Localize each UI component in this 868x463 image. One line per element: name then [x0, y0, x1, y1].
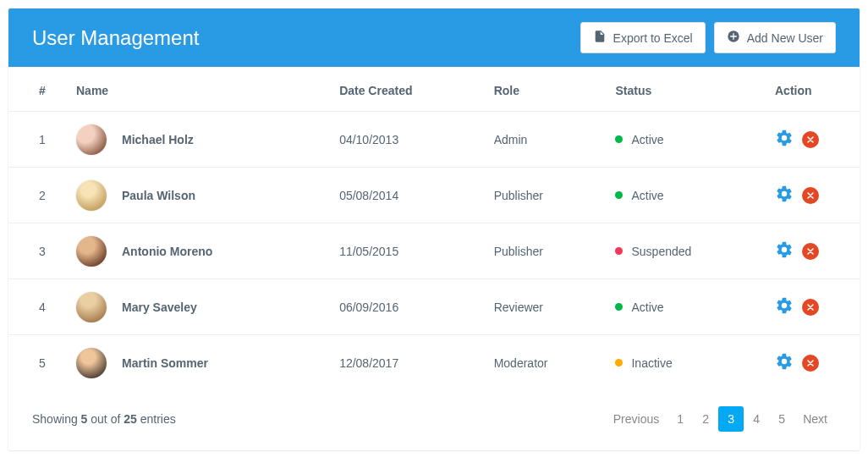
table-row: 5Martin Sommer12/08/2017ModeratorInactiv…	[8, 335, 860, 391]
user-name-link[interactable]: Michael Holz	[122, 133, 194, 146]
pagination-next[interactable]: Next	[794, 406, 836, 432]
delete-icon[interactable]	[802, 131, 819, 148]
name-cell-wrap: Mary Saveley	[68, 279, 331, 335]
status-text: Active	[631, 133, 663, 146]
entries-summary: Showing 5 out of 25 entries	[32, 412, 176, 426]
action-cell	[766, 279, 860, 335]
table-body: 1Michael Holz04/10/2013AdminActive2Paula…	[8, 112, 860, 391]
status-text: Suspended	[631, 245, 691, 258]
avatar	[76, 292, 107, 322]
table-row: 4Mary Saveley06/09/2016ReviewerActive	[8, 279, 860, 335]
status-dot-icon	[615, 359, 623, 367]
table-row: 3Antonio Moreno11/05/2015PublisherSuspen…	[8, 223, 860, 279]
page-title: User Management	[32, 26, 199, 50]
pagination-page[interactable]: 4	[744, 406, 769, 432]
pagination-page[interactable]: 2	[693, 406, 718, 432]
summary-prefix: Showing	[32, 412, 81, 426]
name-cell-wrap: Paula Wilson	[68, 168, 331, 223]
status-text: Active	[631, 300, 663, 314]
role: Admin	[486, 112, 607, 168]
name-cell-wrap: Michael Holz	[68, 112, 331, 168]
avatar	[76, 236, 107, 267]
date-created: 04/10/2013	[331, 112, 486, 168]
pagination-page[interactable]: 5	[769, 406, 794, 432]
settings-icon[interactable]	[775, 352, 794, 373]
summary-mid: out of	[87, 412, 124, 426]
delete-icon[interactable]	[802, 243, 819, 260]
name-cell-wrap: Antonio Moreno	[68, 223, 331, 279]
row-index: 5	[8, 335, 68, 391]
row-index: 4	[8, 279, 68, 335]
status-text: Inactive	[631, 356, 672, 370]
table-header-row: #NameDate CreatedRoleStatusAction	[8, 67, 860, 112]
role: Publisher	[486, 223, 607, 279]
user-name-link[interactable]: Antonio Moreno	[122, 245, 212, 258]
role: Moderator	[486, 335, 607, 391]
user-name-link[interactable]: Mary Saveley	[122, 300, 197, 314]
action-cell	[766, 112, 860, 168]
delete-icon[interactable]	[802, 187, 819, 204]
status-cell: Active	[607, 112, 766, 168]
user-management-card: User Management Export to Excel Add New …	[8, 8, 860, 450]
column-header: Name	[68, 67, 331, 112]
title-bold: Management	[80, 26, 199, 49]
status-cell: Active	[607, 168, 766, 223]
users-table: #NameDate CreatedRoleStatusAction 1Micha…	[8, 67, 860, 391]
title-light: User	[32, 26, 80, 49]
header-actions: Export to Excel Add New User	[580, 22, 836, 53]
avatar	[76, 124, 107, 155]
date-created: 05/08/2014	[331, 168, 486, 223]
action-cell	[766, 223, 860, 279]
row-index: 2	[8, 168, 68, 223]
status-text: Active	[631, 189, 663, 202]
row-index: 3	[8, 223, 68, 279]
status-cell: Active	[607, 279, 766, 335]
card-footer: Showing 5 out of 25 entries Previous1234…	[8, 391, 860, 450]
add-user-label: Add New User	[747, 31, 823, 45]
name-cell-wrap: Martin Sommer	[68, 335, 331, 391]
table-row: 1Michael Holz04/10/2013AdminActive	[8, 112, 860, 168]
export-excel-label: Export to Excel	[613, 31, 693, 45]
pagination-page[interactable]: 3	[718, 406, 744, 432]
card-header: User Management Export to Excel Add New …	[8, 8, 860, 67]
role: Publisher	[486, 168, 607, 223]
pagination-page[interactable]: 1	[667, 406, 693, 432]
plus-circle-icon	[727, 30, 740, 46]
date-created: 11/05/2015	[331, 223, 486, 279]
status-dot-icon	[615, 303, 623, 311]
column-header: Status	[607, 67, 766, 112]
avatar	[76, 180, 107, 211]
settings-icon[interactable]	[775, 240, 794, 262]
avatar	[76, 348, 107, 378]
status-dot-icon	[615, 135, 623, 143]
file-icon	[593, 30, 607, 46]
summary-total: 25	[124, 412, 137, 426]
user-name-link[interactable]: Paula Wilson	[122, 189, 195, 202]
column-header: Date Created	[331, 67, 486, 112]
delete-icon[interactable]	[802, 299, 819, 316]
status-dot-icon	[615, 247, 623, 255]
status-cell: Inactive	[607, 335, 766, 391]
date-created: 12/08/2017	[331, 335, 486, 391]
delete-icon[interactable]	[802, 355, 819, 372]
settings-icon[interactable]	[775, 296, 794, 317]
column-header: #	[8, 67, 68, 112]
status-cell: Suspended	[607, 223, 766, 279]
user-name-link[interactable]: Martin Sommer	[122, 356, 208, 370]
pagination-previous[interactable]: Previous	[605, 406, 667, 432]
column-header: Role	[486, 67, 607, 112]
settings-icon[interactable]	[775, 129, 794, 150]
pagination: Previous12345Next	[605, 406, 836, 432]
role: Reviewer	[486, 279, 607, 335]
settings-icon[interactable]	[775, 185, 794, 206]
action-cell	[766, 168, 860, 223]
summary-suffix: entries	[137, 412, 176, 426]
export-excel-button[interactable]: Export to Excel	[580, 22, 706, 53]
status-dot-icon	[615, 191, 623, 199]
action-cell	[766, 335, 860, 391]
row-index: 1	[8, 112, 68, 168]
table-row: 2Paula Wilson05/08/2014PublisherActive	[8, 168, 860, 223]
date-created: 06/09/2016	[331, 279, 486, 335]
add-user-button[interactable]: Add New User	[714, 22, 836, 53]
column-header: Action	[766, 67, 860, 112]
